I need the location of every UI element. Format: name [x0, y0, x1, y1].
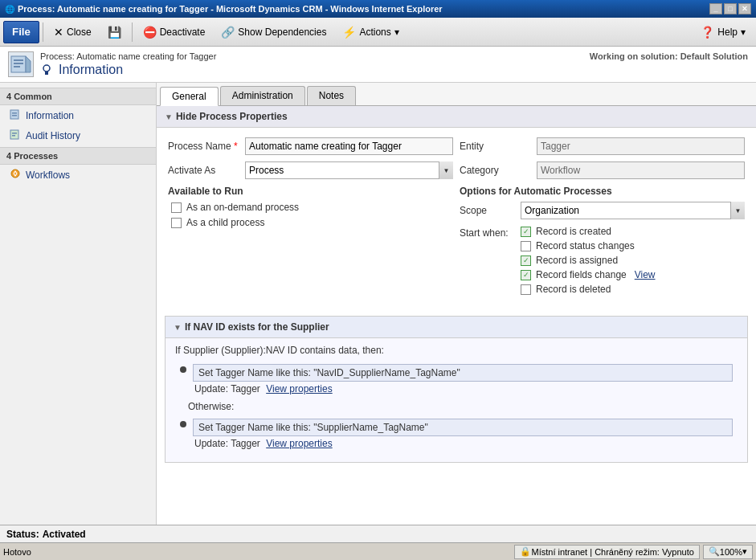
- workflow-otherwise-step: Set Tagger Name like this: "SupplierName…: [175, 415, 738, 452]
- step-bullet-1: [180, 366, 186, 373]
- restore-button[interactable]: □: [724, 3, 737, 14]
- status-value: Activated: [43, 529, 86, 540]
- svg-rect-12: [12, 135, 15, 137]
- section-title: Hide Process Properties: [176, 111, 288, 122]
- workflow-header[interactable]: ▼ If NAV ID exists for the Supplier: [166, 317, 747, 338]
- intranet-zone: 🔒 Místní intranet | Chráněný režim: Vypn…: [514, 545, 699, 559]
- form-left-column: Process Name * Activate As Process: [165, 134, 456, 303]
- svg-rect-11: [12, 133, 17, 134]
- tab-general[interactable]: General: [160, 87, 219, 106]
- help-icon: ❓: [701, 26, 714, 39]
- minimize-button[interactable]: _: [709, 3, 722, 14]
- child-process-checkbox[interactable]: [171, 218, 182, 228]
- main-content: General Administration Notes ▼ Hide Proc…: [157, 83, 756, 525]
- zoom-control[interactable]: 🔍 100% ▾: [703, 545, 753, 559]
- audit-icon: [10, 129, 21, 142]
- step-bullet-2: [180, 421, 186, 427]
- fields-view-link[interactable]: View: [635, 269, 656, 280]
- created-label: Record is created: [536, 226, 611, 237]
- step-2-view-link[interactable]: View properties: [266, 438, 333, 449]
- status-bar: Status: Activated: [0, 525, 756, 542]
- header-section: Process: Automatic name creating for Tag…: [0, 47, 756, 83]
- step-1-view-link[interactable]: View properties: [266, 383, 333, 394]
- deleted-checkbox[interactable]: [521, 284, 531, 295]
- show-dependencies-button[interactable]: 🔗 Show Dependencies: [214, 21, 333, 43]
- sidebar-item-information[interactable]: Information: [0, 105, 156, 125]
- section-header-process-properties[interactable]: ▼ Hide Process Properties: [157, 106, 756, 128]
- save-button[interactable]: 💾: [100, 21, 129, 43]
- actions-button[interactable]: ⚡ Actions ▾: [335, 21, 406, 43]
- zoom-dropdown-icon: ▾: [742, 546, 747, 557]
- close-button-toolbar[interactable]: ✕ Close: [47, 21, 99, 43]
- page-title: Information: [40, 63, 216, 77]
- browser-status-right: 🔒 Místní intranet | Chráněný režim: Vypn…: [514, 545, 753, 559]
- fields-checkbox[interactable]: ✓: [521, 270, 531, 280]
- step-content-2: Set Tagger Name like this: "SupplierName…: [193, 419, 733, 449]
- assigned-label: Record is assigned: [536, 255, 618, 266]
- entity-label: Entity: [460, 141, 532, 152]
- solution-label: Working on solution: Default Solution: [590, 51, 748, 61]
- start-when-deleted: Record is deleted: [521, 284, 656, 295]
- app-icon: 🌐: [5, 5, 14, 14]
- on-demand-checkbox[interactable]: [171, 202, 182, 213]
- svg-rect-3: [14, 66, 20, 67]
- separator-1: [43, 22, 43, 42]
- zoom-icon: 🔍: [709, 546, 720, 557]
- step-sub-1: Update: Tagger View properties: [193, 383, 733, 394]
- deactivate-button[interactable]: ⛔ Deactivate: [136, 21, 213, 43]
- sidebar-item-audit-history[interactable]: Audit History: [0, 125, 156, 145]
- process-name-input[interactable]: [245, 137, 453, 155]
- help-button[interactable]: ❓ Help ▾: [693, 21, 753, 43]
- toolbar: File ✕ Close 💾 ⛔ Deactivate 🔗 Show Depen…: [0, 18, 756, 47]
- information-icon: [10, 108, 21, 122]
- assigned-checkbox[interactable]: ✓: [521, 255, 531, 266]
- process-name-label: Process Name *: [168, 141, 240, 152]
- form-grid: Process Name * Activate As Process: [157, 128, 756, 309]
- created-checkbox[interactable]: ✓: [521, 227, 531, 237]
- dependencies-icon: 🔗: [221, 26, 235, 39]
- file-button[interactable]: File: [3, 21, 39, 43]
- sidebar-group-processes: 4 Processes: [0, 147, 156, 165]
- start-when-assigned: ✓ Record is assigned: [521, 255, 656, 266]
- svg-rect-8: [12, 112, 17, 114]
- form-right-column: Entity Category Options for Automatic Pr…: [456, 134, 748, 303]
- on-demand-label: As an on-demand process: [186, 202, 299, 213]
- step-main-1: Set Tagger Name like this: "NavID_Suppli…: [193, 364, 733, 382]
- on-demand-row: As an on-demand process: [168, 202, 453, 213]
- workflow-body: If Supplier (Supplier):NAV ID contains d…: [166, 338, 747, 462]
- step-content-1: Set Tagger Name like this: "NavID_Suppli…: [193, 364, 733, 394]
- tab-notes[interactable]: Notes: [307, 86, 356, 105]
- start-when-created: ✓ Record is created: [521, 226, 656, 237]
- tab-administration[interactable]: Administration: [220, 86, 305, 105]
- workflow-title: If NAV ID exists for the Supplier: [185, 321, 329, 333]
- title-bar-controls: _ □ ✕: [709, 3, 751, 14]
- help-dropdown-icon: ▾: [741, 27, 746, 38]
- category-row: Category: [460, 161, 745, 179]
- header-text: Process: Automatic name creating for Tag…: [40, 51, 216, 77]
- scope-select[interactable]: Organization: [521, 202, 745, 219]
- category-label: Category: [460, 165, 532, 176]
- workflow-step-1: Set Tagger Name like this: "NavID_Suppli…: [175, 361, 738, 398]
- close-button[interactable]: ✕: [738, 3, 751, 14]
- svg-rect-6: [45, 72, 48, 75]
- sidebar-audit-label: Audit History: [26, 130, 80, 141]
- svg-rect-2: [14, 63, 23, 64]
- child-process-label: As a child process: [186, 217, 264, 228]
- step-sub-2: Update: Tagger View properties: [193, 438, 733, 449]
- workflow-section: ▼ If NAV ID exists for the Supplier If S…: [165, 316, 748, 463]
- sidebar-item-workflows[interactable]: Workflows: [0, 165, 156, 185]
- activate-as-label: Activate As: [168, 165, 240, 176]
- form-area: ▼ Hide Process Properties Process Name *: [157, 106, 756, 525]
- start-when-row: Start when: ✓ Record is created: [460, 226, 745, 295]
- sidebar-group-common: 4 Common: [0, 88, 156, 105]
- activate-as-select[interactable]: Process: [245, 161, 453, 179]
- lock-icon: 🔒: [520, 546, 531, 557]
- workflow-collapse-icon: ▼: [174, 323, 182, 332]
- scope-row: Scope Organization ▼: [460, 202, 745, 219]
- start-when-fields: ✓ Record fields change View: [521, 269, 656, 280]
- status-label: Status:: [6, 529, 39, 540]
- record-title: Process: Automatic name creating for Tag…: [40, 51, 216, 61]
- svg-rect-7: [10, 110, 18, 119]
- status-label: Record status changes: [536, 240, 635, 251]
- status-checkbox[interactable]: [521, 241, 531, 251]
